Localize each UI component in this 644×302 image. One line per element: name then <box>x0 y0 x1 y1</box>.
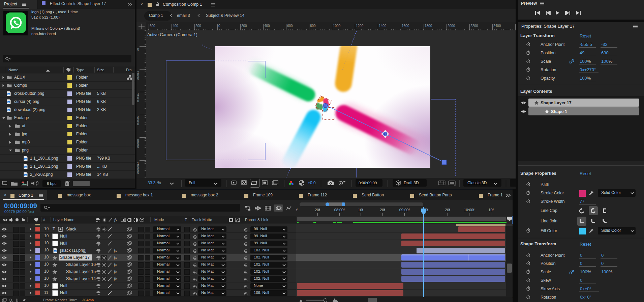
svg-text:fx: fx <box>114 262 117 267</box>
svg-text:fx: fx <box>114 276 117 281</box>
svg-text:fx: fx <box>114 269 117 274</box>
svg-text:fx: fx <box>114 248 117 253</box>
svg-text:fx: fx <box>114 255 117 260</box>
svg-text:fx: fx <box>114 218 117 222</box>
